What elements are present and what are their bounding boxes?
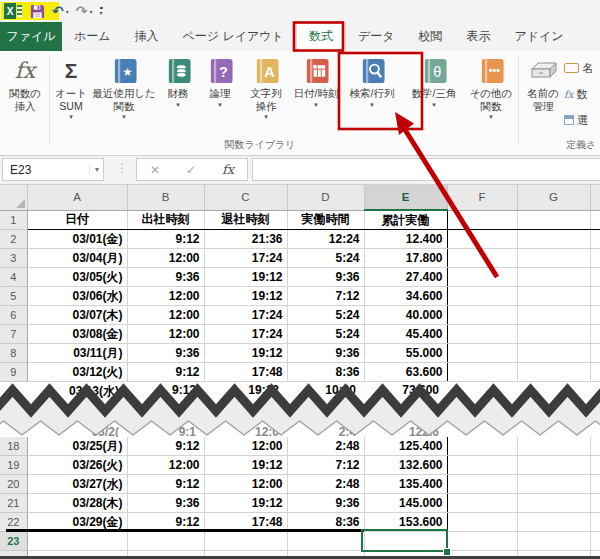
tab-校閲[interactable]: 校閲 bbox=[406, 22, 454, 51]
cell-D4[interactable]: 9:36 bbox=[287, 268, 364, 287]
cell-F7[interactable] bbox=[447, 325, 517, 344]
cell-G8[interactable] bbox=[517, 344, 590, 363]
row-header-4[interactable]: 4 bbox=[0, 268, 27, 287]
ribbon-button-その他の関数[interactable]: •••その他の 関数▾ bbox=[465, 55, 517, 120]
cell-B1[interactable]: 出社時刻 bbox=[127, 210, 204, 230]
cell-D19[interactable]: 7:12 bbox=[287, 456, 364, 475]
cell-H8[interactable] bbox=[590, 344, 600, 363]
selected-cell-outline[interactable] bbox=[361, 529, 448, 552]
cell-C2[interactable]: 21:36 bbox=[204, 230, 287, 249]
row-header-20[interactable]: 20 bbox=[0, 475, 27, 494]
cell-F4[interactable] bbox=[447, 268, 517, 287]
select-all-corner[interactable] bbox=[0, 185, 27, 210]
cell-G5[interactable] bbox=[517, 287, 590, 306]
cell-F21[interactable] bbox=[447, 494, 517, 513]
column-header-partial[interactable] bbox=[590, 185, 600, 210]
cell-G7[interactable] bbox=[517, 325, 590, 344]
cell-G3[interactable] bbox=[517, 249, 590, 268]
cell-C7[interactable]: 17:24 bbox=[204, 325, 287, 344]
cell-C5[interactable]: 19:12 bbox=[204, 287, 287, 306]
row-header-18[interactable]: 18 bbox=[0, 437, 27, 456]
cell-B5[interactable]: 12:00 bbox=[127, 287, 204, 306]
cell-D6[interactable]: 5:24 bbox=[287, 306, 364, 325]
name-box[interactable]: E23 ▾ bbox=[2, 158, 104, 181]
cell-B9[interactable]: 9:12 bbox=[127, 363, 204, 382]
cell-G21[interactable] bbox=[517, 494, 590, 513]
cell-H9[interactable] bbox=[590, 363, 600, 382]
cell-C19[interactable]: 19:12 bbox=[204, 456, 287, 475]
cell-F20[interactable] bbox=[447, 475, 517, 494]
ribbon-button-文字列操作[interactable]: A文字列 操作▾ bbox=[241, 55, 291, 120]
row-header-1[interactable]: 1 bbox=[0, 210, 27, 230]
cell-B8[interactable]: 9:36 bbox=[127, 344, 204, 363]
row-header-7[interactable]: 7 bbox=[0, 325, 27, 344]
cell-E5[interactable]: 34.600 bbox=[364, 287, 447, 306]
cell-B20[interactable]: 9:12 bbox=[127, 475, 204, 494]
cell-G23[interactable] bbox=[517, 532, 590, 551]
cell-H4[interactable] bbox=[590, 268, 600, 287]
cell-F1[interactable] bbox=[447, 210, 517, 230]
enter-icon[interactable]: ✓ bbox=[186, 163, 196, 177]
cell-C20[interactable]: 12:00 bbox=[204, 475, 287, 494]
cell-C23[interactable] bbox=[204, 532, 287, 551]
cell-B19[interactable]: 12:00 bbox=[127, 456, 204, 475]
cell-B7[interactable]: 12:00 bbox=[127, 325, 204, 344]
cell-F8[interactable] bbox=[447, 344, 517, 363]
cell-A6[interactable]: 03/07(木) bbox=[27, 306, 127, 325]
cell-E9[interactable]: 63.600 bbox=[364, 363, 447, 382]
cell-G4[interactable] bbox=[517, 268, 590, 287]
cancel-icon[interactable]: ✕ bbox=[150, 163, 160, 177]
column-header-A[interactable]: A bbox=[27, 185, 127, 210]
defined-names-item-名[interactable]: 名 bbox=[564, 55, 600, 81]
cell-G2[interactable] bbox=[517, 230, 590, 249]
cell-E2[interactable]: 12.400 bbox=[364, 230, 447, 249]
cell-F6[interactable] bbox=[447, 306, 517, 325]
cell-F9[interactable] bbox=[447, 363, 517, 382]
cell-D21[interactable]: 9:36 bbox=[287, 494, 364, 513]
tab-アドイン[interactable]: アドイン bbox=[502, 22, 575, 51]
cell-D20[interactable]: 2:48 bbox=[287, 475, 364, 494]
cell-H7[interactable] bbox=[590, 325, 600, 344]
row-header-3[interactable]: 3 bbox=[0, 249, 27, 268]
cell-A2[interactable]: 03/01(金) bbox=[27, 230, 127, 249]
cell-D23[interactable] bbox=[287, 532, 364, 551]
cell-C9[interactable]: 17:48 bbox=[204, 363, 287, 382]
cell-C8[interactable]: 19:12 bbox=[204, 344, 287, 363]
redo-icon[interactable]: ↷ bbox=[76, 3, 88, 19]
tab-挿入[interactable]: 挿入 bbox=[123, 22, 171, 51]
cell-H1[interactable] bbox=[590, 210, 600, 230]
cell-D5[interactable]: 7:12 bbox=[287, 287, 364, 306]
cell-H21[interactable] bbox=[590, 494, 600, 513]
save-icon[interactable] bbox=[30, 4, 45, 19]
cell-C21[interactable]: 19:12 bbox=[204, 494, 287, 513]
cell-A1[interactable]: 日付 bbox=[27, 210, 127, 230]
ribbon-button-数学/三角[interactable]: θ数学/三角▾ bbox=[403, 55, 465, 108]
ribbon-button-検索/行列[interactable]: 検索/行列▾ bbox=[341, 55, 403, 108]
ribbon-button-最近使用した関数[interactable]: ★最近使用した 関数▾ bbox=[91, 55, 157, 120]
cell-B4[interactable]: 9:36 bbox=[127, 268, 204, 287]
cell-F23[interactable] bbox=[447, 532, 517, 551]
column-header-F[interactable]: F bbox=[447, 185, 517, 210]
fill-handle[interactable] bbox=[443, 548, 451, 556]
cell-E4[interactable]: 27.400 bbox=[364, 268, 447, 287]
ribbon-button-関数の挿入[interactable]: fx関数の 挿入 bbox=[2, 55, 48, 112]
ribbon-button-名前の管理[interactable]: 名前の 管理 bbox=[520, 55, 566, 112]
cell-C1[interactable]: 退社時刻 bbox=[204, 210, 287, 230]
row-header-5[interactable]: 5 bbox=[0, 287, 27, 306]
cell-D3[interactable]: 5:24 bbox=[287, 249, 364, 268]
cell-H3[interactable] bbox=[590, 249, 600, 268]
undo-chevron-down-icon[interactable]: ▾ bbox=[66, 8, 69, 15]
cell-C3[interactable]: 17:24 bbox=[204, 249, 287, 268]
column-header-C[interactable]: C bbox=[204, 185, 287, 210]
cell-E20[interactable]: 135.400 bbox=[364, 475, 447, 494]
cell-A7[interactable]: 03/08(金) bbox=[27, 325, 127, 344]
row-header-9[interactable]: 9 bbox=[0, 363, 27, 382]
cell-G22[interactable] bbox=[517, 513, 590, 532]
cell-B18[interactable]: 9:12 bbox=[127, 437, 204, 456]
row-header-6[interactable]: 6 bbox=[0, 306, 27, 325]
cell-E6[interactable]: 40.000 bbox=[364, 306, 447, 325]
row-header-2[interactable]: 2 bbox=[0, 230, 27, 249]
cell-B23[interactable] bbox=[127, 532, 204, 551]
cell-H5[interactable] bbox=[590, 287, 600, 306]
tab-ページ レイアウト[interactable]: ページ レイアウト bbox=[171, 22, 296, 51]
